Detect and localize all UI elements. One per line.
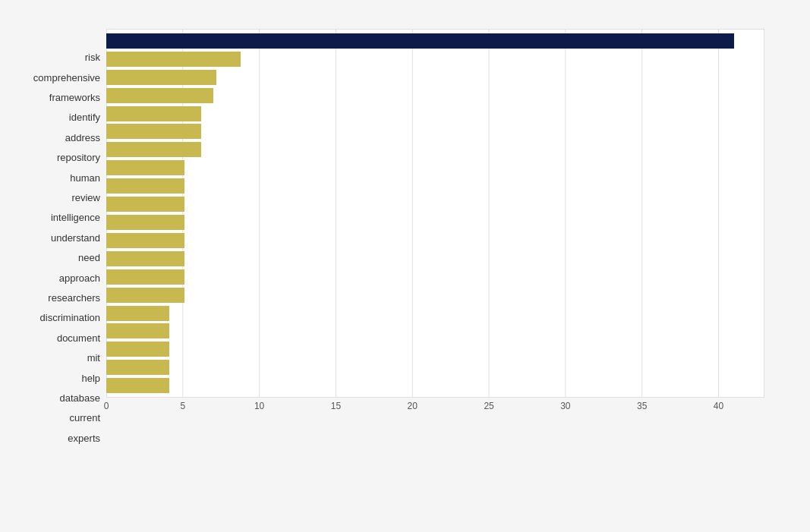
x-tick: 10 — [254, 401, 264, 411]
bar-fill — [106, 306, 169, 321]
bars-area — [106, 29, 764, 398]
bar-row — [106, 87, 764, 105]
bar-fill — [106, 160, 184, 175]
bar-row — [106, 340, 764, 358]
bar-fill — [106, 142, 201, 157]
bar-label-approach: approach — [59, 272, 100, 283]
bar-row — [106, 140, 764, 159]
bar-fill — [106, 342, 169, 357]
bar-label-address: address — [65, 131, 100, 143]
bar-row — [106, 159, 764, 177]
bar-row — [106, 177, 764, 195]
bar-row — [106, 286, 764, 304]
bar-row — [106, 68, 764, 87]
bar-fill — [106, 323, 169, 338]
bar-label-mit: mit — [87, 352, 100, 364]
bar-row — [106, 105, 764, 123]
bar-label-review: review — [71, 192, 100, 203]
bar-fill — [106, 269, 184, 285]
x-tick: 25 — [484, 401, 493, 411]
bar-label-identify: identify — [69, 112, 100, 123]
bar-row — [106, 268, 764, 286]
bar-label-risk: risk — [85, 52, 100, 63]
bar-fill — [106, 378, 169, 393]
x-tick: 35 — [637, 401, 647, 411]
bar-label-database: database — [60, 392, 101, 404]
bar-label-need: need — [78, 252, 100, 263]
bar-row — [106, 250, 764, 268]
bar-row — [106, 358, 764, 376]
chart-container: 0510152025303540 riskcomprehensiveframew… — [0, 0, 810, 532]
x-tick: 15 — [331, 401, 341, 411]
bar-row — [106, 195, 764, 213]
bar-label-intelligence: intelligence — [51, 212, 100, 223]
bar-fill — [106, 233, 184, 248]
bar-fill — [106, 197, 184, 212]
bar-fill — [106, 215, 184, 230]
bar-fill — [106, 360, 169, 375]
bar-fill — [106, 288, 184, 303]
bar-fill — [106, 178, 184, 194]
bar-label-comprehensive: comprehensive — [33, 71, 100, 83]
bar-fill — [106, 52, 241, 67]
bar-label-frameworks: frameworks — [49, 92, 100, 103]
x-tick: 30 — [560, 401, 570, 411]
bar-row — [106, 231, 764, 250]
x-axis: 0510152025303540 — [106, 398, 764, 424]
bar-fill — [106, 124, 201, 139]
x-tick: 40 — [714, 401, 723, 411]
bar-row — [106, 323, 764, 341]
bar-row — [106, 50, 764, 68]
bar-row — [106, 304, 764, 323]
x-tick: 20 — [408, 401, 418, 411]
bar-label-document: document — [57, 332, 100, 343]
bar-label-discrimination: discrimination — [40, 312, 100, 323]
bar-fill — [106, 70, 216, 85]
bar-label-researchers: researchers — [48, 292, 100, 304]
bar-label-help: help — [81, 372, 100, 383]
bar-label-human: human — [70, 172, 100, 183]
x-tick: 0 — [104, 401, 109, 411]
bar-row — [106, 213, 764, 231]
bar-row — [106, 376, 764, 395]
bar-label-understand: understand — [51, 231, 100, 243]
bar-row — [106, 123, 764, 141]
bar-fill — [106, 88, 213, 103]
bar-label-repository: repository — [57, 152, 100, 163]
bar-fill — [106, 33, 734, 49]
bar-row — [106, 32, 764, 50]
x-tick: 5 — [180, 401, 185, 411]
bar-label-experts: experts — [68, 432, 100, 443]
bar-fill — [106, 251, 184, 266]
bar-fill — [106, 106, 201, 121]
bar-label-current: current — [70, 412, 100, 423]
